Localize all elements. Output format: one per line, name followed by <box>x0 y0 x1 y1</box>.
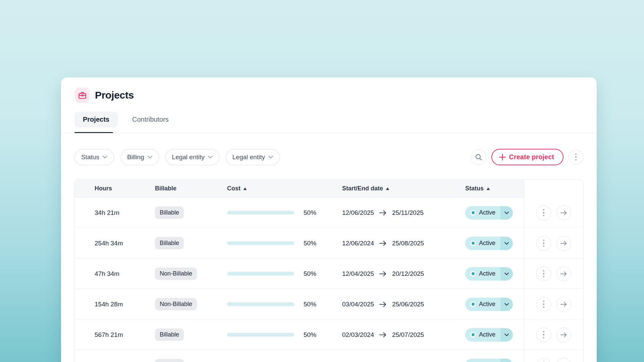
status-cell: Active <box>465 267 524 281</box>
status-chevron-button[interactable] <box>500 328 513 342</box>
row-more-button[interactable] <box>536 297 551 312</box>
col-header-billable[interactable]: Billable <box>155 180 227 197</box>
start-date: 12/06/2024 <box>342 240 374 247</box>
dates-cell: 12/06/2025 25/11/2025 <box>342 209 465 217</box>
sort-asc-icon <box>486 187 490 190</box>
filter-legal-entity-2[interactable]: Legal entity <box>226 149 280 165</box>
status-dropdown[interactable]: Active <box>465 328 513 342</box>
arrow-right-icon <box>379 210 387 216</box>
dates-cell: 02/03/2024 25/07/2025 <box>342 331 465 339</box>
billable-badge: Non-Billable <box>155 267 197 280</box>
row-open-button[interactable] <box>556 297 571 312</box>
row-open-button[interactable] <box>556 266 571 281</box>
chevron-down-icon <box>504 212 509 214</box>
status-dropdown[interactable]: Active <box>465 206 513 220</box>
table-row: 567h 21m Billable 50% 02/03/2024 25/07/2… <box>74 319 583 350</box>
dates-cell: 12/06/2024 25/08/2025 <box>342 240 465 247</box>
kebab-icon <box>543 301 545 308</box>
status-cell: Active <box>465 298 524 311</box>
chevron-down-icon <box>504 303 509 306</box>
plus-icon <box>499 154 506 161</box>
end-date: 25/08/2025 <box>392 240 424 247</box>
projects-table: Hours Billable Cost Start/End date Statu… <box>74 179 584 362</box>
arrow-right-icon <box>560 240 568 246</box>
billable-badge: Non-Billable <box>155 298 197 310</box>
card-header: Projects <box>61 77 597 103</box>
cost-cell: 50% <box>227 331 342 339</box>
billable-cell: Billable <box>155 237 227 249</box>
row-more-button[interactable] <box>536 358 551 362</box>
billable-cell: Billable <box>155 359 227 362</box>
row-more-button[interactable] <box>536 236 551 251</box>
col-header-cost[interactable]: Cost <box>227 180 342 197</box>
status-dropdown[interactable]: Active <box>465 359 513 362</box>
billable-badge: Billable <box>155 328 184 341</box>
row-more-button[interactable] <box>536 266 551 281</box>
status-cell: Active <box>465 359 524 362</box>
row-open-button[interactable] <box>556 205 571 220</box>
status-label: Active <box>479 240 495 247</box>
arrow-right-icon <box>379 240 387 246</box>
row-open-button[interactable] <box>556 236 571 251</box>
status-chevron-button[interactable] <box>500 267 513 281</box>
table-row: 45h 58m Billable 50% 01/02/2024 25/08/20… <box>74 350 583 362</box>
status-dot-icon <box>470 332 476 338</box>
tab-contributors[interactable]: Contributors <box>124 112 177 127</box>
row-more-button[interactable] <box>536 205 551 220</box>
arrow-right-icon <box>379 332 387 338</box>
status-chevron-button[interactable] <box>500 206 513 220</box>
billable-cell: Billable <box>155 206 227 219</box>
status-chevron-button[interactable] <box>500 298 513 311</box>
arrow-right-icon <box>560 210 568 216</box>
tabs-bar: Projects Contributors <box>61 112 597 133</box>
sort-asc-icon <box>386 187 389 190</box>
status-dropdown[interactable]: Active <box>465 267 513 281</box>
progress-bar <box>227 272 294 276</box>
progress-bar <box>227 241 294 245</box>
end-date: 25/11/2025 <box>392 209 424 217</box>
col-header-hours[interactable]: Hours <box>74 180 155 197</box>
active-tab-underline <box>74 132 113 133</box>
status-label: Active <box>479 209 495 216</box>
filter-legal-entity-1[interactable]: Legal entity <box>165 149 219 165</box>
create-project-button[interactable]: Create project <box>491 149 564 165</box>
more-options-button[interactable] <box>569 150 583 165</box>
row-more-button[interactable] <box>536 327 551 342</box>
col-header-status[interactable]: Status <box>465 180 524 197</box>
arrow-right-icon <box>560 271 568 277</box>
row-open-button[interactable] <box>556 327 571 342</box>
table-row: 34h 21m Billable 50% 12/06/2025 25/11/20… <box>74 197 583 228</box>
hours-cell: 34h 21m <box>74 209 155 217</box>
status-cell: Active <box>465 237 524 250</box>
status-dropdown[interactable]: Active <box>465 298 513 311</box>
billable-badge: Billable <box>155 206 184 219</box>
status-dropdown[interactable]: Active <box>465 237 513 250</box>
chevron-down-icon <box>103 156 107 159</box>
kebab-icon <box>575 154 577 161</box>
col-header-start-end-date[interactable]: Start/End date <box>342 180 465 197</box>
cost-cell: 50% <box>227 270 342 278</box>
progress-bar <box>227 211 294 215</box>
status-dot-icon <box>470 241 476 246</box>
billable-badge: Billable <box>155 359 184 362</box>
search-button[interactable] <box>471 149 486 165</box>
status-chevron-button[interactable] <box>500 237 513 250</box>
hours-cell: 154h 28m <box>74 301 155 308</box>
table-row: 154h 28m Non-Billable 50% 03/04/2025 25/… <box>74 289 583 319</box>
filter-status[interactable]: Status <box>74 149 114 165</box>
tab-projects[interactable]: Projects <box>74 112 118 127</box>
arrow-right-icon <box>379 271 387 277</box>
row-open-button[interactable] <box>556 358 571 362</box>
filter-label: Legal entity <box>232 154 265 161</box>
row-actions <box>524 258 583 289</box>
arrow-right-icon <box>379 301 387 307</box>
progress-bar <box>227 333 294 337</box>
filter-billing[interactable]: Billing <box>120 149 159 165</box>
arrow-right-icon <box>560 332 568 338</box>
col-header-actions <box>524 180 583 197</box>
status-cell: Active <box>465 328 524 342</box>
status-chevron-button[interactable] <box>500 359 513 362</box>
chevron-down-icon <box>148 156 152 159</box>
chevron-down-icon <box>268 156 273 159</box>
hours-cell: 567h 21m <box>74 331 155 339</box>
